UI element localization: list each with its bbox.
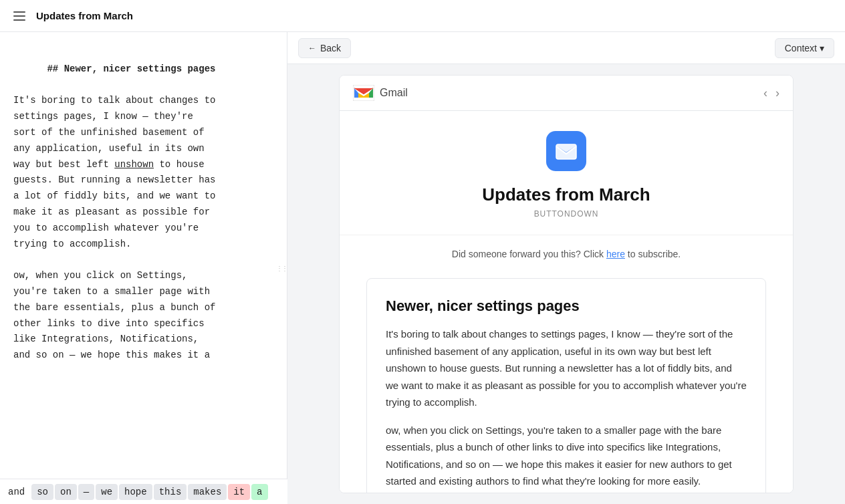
- gmail-nav: ‹ ›: [763, 86, 779, 100]
- preview-frame-area[interactable]: Gmail ‹ ›: [287, 64, 845, 504]
- back-arrow-icon: ←: [308, 43, 316, 53]
- email-body: Updates from March BUTTONDOWN Did someon…: [340, 111, 793, 493]
- gmail-logo-area: Gmail: [353, 85, 408, 101]
- email-content-section: Newer, nicer settings pages It's boring …: [366, 278, 766, 493]
- toolbar-word-so: so: [31, 484, 53, 500]
- gmail-label: Gmail: [380, 87, 408, 99]
- section1-para2: ow, when you click on Settings, you're t…: [386, 422, 747, 490]
- toolbar-word-dash: —: [78, 484, 94, 500]
- gmail-logo-icon: [353, 85, 374, 101]
- email-sender: BUTTONDOWN: [366, 209, 766, 219]
- email-preview-card: Gmail ‹ ›: [339, 75, 794, 493]
- toolbar-word-makes: makes: [188, 484, 227, 500]
- toolbar-word-hope: hope: [119, 484, 152, 500]
- editor-underline: unshown: [114, 159, 154, 170]
- forward-pre-text: Did someone forward you this? Click: [452, 249, 606, 259]
- gmail-prev-icon[interactable]: ‹: [763, 86, 767, 100]
- envelope-icon: [555, 140, 578, 162]
- editor-para1: It's boring to talk about changes to set…: [13, 95, 215, 249]
- forward-notice: Did someone forward you this? Click here…: [366, 249, 766, 259]
- drag-handle[interactable]: ⋮⋮⋮: [281, 255, 287, 281]
- email-title: Updates from March: [366, 184, 766, 205]
- right-panel: ← Back Context ▾: [287, 32, 845, 504]
- gmail-header: Gmail ‹ ›: [340, 76, 793, 111]
- toolbar-word-on: on: [55, 484, 77, 500]
- buttondown-icon: [546, 131, 586, 171]
- left-panel: ## Newer, nicer settings pages It's bori…: [0, 32, 287, 504]
- svg-rect-1: [556, 144, 576, 159]
- toolbar-word-and: and: [3, 484, 30, 500]
- email-icon-area: [366, 131, 766, 171]
- toolbar-word-we: we: [96, 484, 118, 500]
- forward-here-link[interactable]: here: [606, 249, 625, 259]
- forward-post-text: to subscribe.: [625, 249, 681, 259]
- toolbar-word-a: a: [251, 484, 267, 500]
- context-button[interactable]: Context ▾: [775, 38, 834, 58]
- section1-heading: Newer, nicer settings pages: [386, 297, 747, 315]
- section1-para1: It's boring to talk about changes to set…: [386, 326, 747, 411]
- back-button[interactable]: ← Back: [298, 38, 351, 58]
- bottom-toolbar: and so on — we hope this makes it a: [0, 479, 287, 504]
- email-divider: [340, 235, 793, 235]
- back-label: Back: [320, 43, 341, 53]
- editor-heading: ## Newer, nicer settings pages: [47, 64, 215, 74]
- chevron-down-icon: ▾: [820, 43, 824, 53]
- editor-text[interactable]: ## Newer, nicer settings pages It's bori…: [13, 45, 273, 380]
- top-bar: Updates from March: [0, 0, 845, 32]
- gmail-next-icon[interactable]: ›: [775, 86, 779, 100]
- main-content: ## Newer, nicer settings pages It's bori…: [0, 32, 845, 504]
- toolbar-word-this: this: [154, 484, 187, 500]
- editor-para2: ow, when you click on Settings, you're t…: [13, 270, 215, 360]
- hamburger-icon[interactable]: [11, 9, 28, 23]
- context-label: Context: [785, 43, 817, 53]
- preview-top-bar: ← Back Context ▾: [287, 32, 845, 64]
- toolbar-word-it: it: [228, 484, 250, 500]
- app-title: Updates from March: [36, 10, 133, 21]
